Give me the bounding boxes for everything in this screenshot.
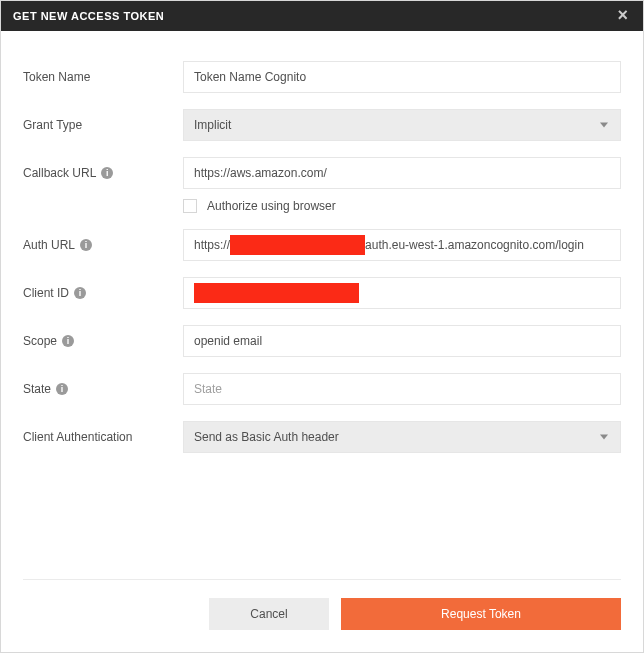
scope-label: Scope i: [23, 334, 183, 348]
client-id-row: Client ID i: [23, 277, 621, 309]
state-row: State i: [23, 373, 621, 405]
client-auth-row: Client Authentication Send as Basic Auth…: [23, 421, 621, 453]
dialog-footer: Cancel Request Token: [23, 579, 621, 630]
state-input[interactable]: [183, 373, 621, 405]
auth-url-row: Auth URL i https:// auth.eu-west-1.amazo…: [23, 229, 621, 261]
authorize-browser-row: Authorize using browser: [183, 199, 621, 213]
client-auth-label: Client Authentication: [23, 430, 183, 444]
callback-url-row: Callback URL i: [23, 157, 621, 189]
label-text: Auth URL: [23, 238, 75, 252]
get-new-access-token-dialog: GET NEW ACCESS TOKEN × Token Name Grant …: [0, 0, 644, 653]
label-text: Token Name: [23, 70, 90, 84]
client-auth-select[interactable]: Send as Basic Auth header: [183, 421, 621, 453]
chevron-down-icon: [600, 435, 608, 440]
scope-input[interactable]: [183, 325, 621, 357]
authorize-browser-checkbox[interactable]: [183, 199, 197, 213]
callback-url-input[interactable]: [183, 157, 621, 189]
scope-row: Scope i: [23, 325, 621, 357]
label-text: Client ID: [23, 286, 69, 300]
client-id-label: Client ID i: [23, 286, 183, 300]
label-text: State: [23, 382, 51, 396]
button-row: Cancel Request Token: [23, 598, 621, 630]
grant-type-label: Grant Type: [23, 118, 183, 132]
select-value: Implicit: [194, 118, 231, 132]
dialog-titlebar: GET NEW ACCESS TOKEN ×: [1, 1, 643, 31]
auth-url-label: Auth URL i: [23, 238, 183, 252]
auth-url-suffix: auth.eu-west-1.amazoncognito.com/login: [365, 238, 584, 252]
chevron-down-icon: [600, 123, 608, 128]
dialog-content: Token Name Grant Type Implicit Callback …: [1, 31, 643, 453]
divider: [23, 579, 621, 580]
token-name-input[interactable]: [183, 61, 621, 93]
grant-type-select[interactable]: Implicit: [183, 109, 621, 141]
authorize-browser-label: Authorize using browser: [207, 199, 336, 213]
callback-url-label: Callback URL i: [23, 166, 183, 180]
auth-url-input[interactable]: https:// auth.eu-west-1.amazoncognito.co…: [183, 229, 621, 261]
info-icon[interactable]: i: [56, 383, 68, 395]
info-icon[interactable]: i: [62, 335, 74, 347]
state-label: State i: [23, 382, 183, 396]
token-name-label: Token Name: [23, 70, 183, 84]
label-text: Scope: [23, 334, 57, 348]
info-icon[interactable]: i: [80, 239, 92, 251]
token-name-row: Token Name: [23, 61, 621, 93]
redacted-block: [230, 235, 365, 255]
client-id-input[interactable]: [183, 277, 621, 309]
close-icon[interactable]: ×: [615, 8, 631, 24]
dialog-title: GET NEW ACCESS TOKEN: [13, 10, 615, 22]
label-text: Grant Type: [23, 118, 82, 132]
request-token-button[interactable]: Request Token: [341, 598, 621, 630]
grant-type-row: Grant Type Implicit: [23, 109, 621, 141]
redacted-block: [194, 283, 359, 303]
info-icon[interactable]: i: [101, 167, 113, 179]
label-text: Client Authentication: [23, 430, 132, 444]
info-icon[interactable]: i: [74, 287, 86, 299]
select-value: Send as Basic Auth header: [194, 430, 339, 444]
label-text: Callback URL: [23, 166, 96, 180]
cancel-button[interactable]: Cancel: [209, 598, 329, 630]
auth-url-prefix: https://: [184, 238, 230, 252]
